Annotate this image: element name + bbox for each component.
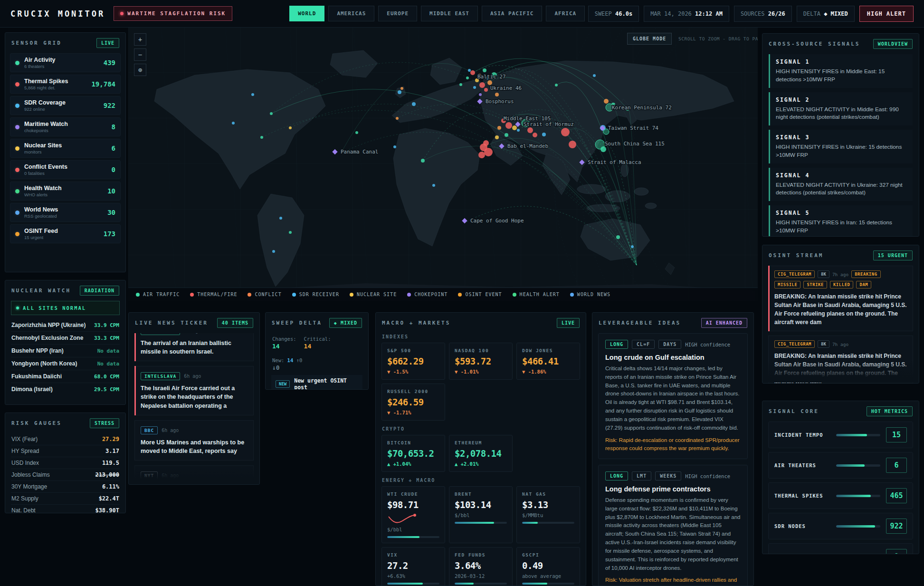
map-event-dot[interactable] xyxy=(542,133,546,136)
news-list[interactable]: INTELSLAVA6h agoThe arrival of an Irania… xyxy=(129,333,259,481)
map-event-dot[interactable] xyxy=(497,126,501,130)
map-event-dot[interactable] xyxy=(484,88,488,92)
map-event-dot[interactable] xyxy=(561,128,570,136)
market-card[interactable]: S&P 500$662.29▼ -1.5% xyxy=(381,343,445,380)
news-item[interactable]: BBC6h agoMore US Marines and warships to… xyxy=(134,420,254,461)
metric-label: SDR NODES xyxy=(774,523,830,529)
map-event-dot[interactable] xyxy=(473,86,476,89)
map-event-dot[interactable] xyxy=(432,184,435,187)
map-event-dot[interactable] xyxy=(398,90,401,94)
market-card[interactable]: WTI CRUDE$98.71$/bbl xyxy=(381,486,445,543)
map-event-dot[interactable] xyxy=(479,82,485,88)
map-event-dot[interactable] xyxy=(400,87,403,90)
map-event-dot[interactable] xyxy=(393,145,396,148)
map-event-dot[interactable] xyxy=(468,69,471,72)
map-event-dot[interactable] xyxy=(479,93,482,96)
map-event-dot[interactable] xyxy=(396,117,399,120)
map-event-dot[interactable] xyxy=(272,250,275,253)
map-event-dot[interactable] xyxy=(260,136,263,139)
sensor-row[interactable]: Air Activity6 theaters439 xyxy=(10,53,121,72)
market-card[interactable]: ETHEREUM$2,078.14▲ +2.01% xyxy=(449,435,513,472)
sensor-row[interactable]: Thermal Spikes5,868 night det.19,784 xyxy=(10,75,121,94)
globe-mode-button[interactable]: GLOBE MODE xyxy=(627,33,672,45)
map-event-dot[interactable] xyxy=(512,125,517,130)
tab-europe[interactable]: EUROPE xyxy=(378,6,417,21)
market-card[interactable]: DOW JONES$466.41▼ -1.86% xyxy=(516,343,580,380)
sweep-stat-label: New: 14 ↑0 xyxy=(272,357,302,363)
osint-post-list[interactable]: CIG_TELEGRAM8K7h agoBREAKINGMISSILESTRIK… xyxy=(762,266,919,384)
map-event-dot[interactable] xyxy=(232,122,235,125)
market-card[interactable]: BITCOIN$70,653.2▲ +1.04% xyxy=(381,435,445,472)
tab-middle-east[interactable]: MIDDLE EAST xyxy=(421,6,478,21)
map-event-dot[interactable] xyxy=(569,141,576,148)
news-item[interactable]: INTELSLAVA6h agoThe arrival of an Irania… xyxy=(134,333,254,361)
nuclear-site-row: Fukushima Daiichi68.0 CPM xyxy=(11,370,120,383)
map-event-dot[interactable] xyxy=(289,126,292,129)
map-event-dot[interactable] xyxy=(495,93,499,96)
map-canvas[interactable]: Baltic 27Ukraine 46BosphorusMiddle East … xyxy=(128,28,758,301)
market-card[interactable]: VIX27.2+6.63% xyxy=(381,547,445,586)
zoom-out-button[interactable]: − xyxy=(134,48,146,61)
map-event-dot[interactable] xyxy=(483,68,486,72)
sensor-row[interactable]: Nuclear Sitesmonitors6 xyxy=(10,139,121,158)
idea-card[interactable]: LONGCL=FDAYSHIGH confidenceLong crude on… xyxy=(598,333,748,459)
map-event-dot[interactable] xyxy=(527,127,533,133)
sensor-row[interactable]: Maritime Watchchokepoints8 xyxy=(10,117,121,136)
map-event-dot[interactable] xyxy=(616,235,620,239)
tab-africa[interactable]: AFRICA xyxy=(546,6,585,21)
map-event-dot[interactable] xyxy=(459,83,462,86)
map-event-dot[interactable] xyxy=(466,77,469,79)
market-card[interactable]: RUSSELL 2000$246.59▼ -1.71% xyxy=(381,384,445,421)
sensor-row[interactable]: SDR Coverage922 online922 xyxy=(10,96,121,115)
osint-post[interactable]: CIG_TELEGRAM8K7h agoBREAKING: An Iranian… xyxy=(768,336,913,384)
map-event-dot[interactable] xyxy=(251,93,254,96)
macro-markets-panel: MACRO + MARKETS LIVE INDEXESS&P 500$662.… xyxy=(375,312,586,586)
osint-timestamp: 7h ago xyxy=(832,272,848,277)
map-event-dot[interactable] xyxy=(505,133,508,137)
map-event-dot[interactable] xyxy=(270,112,273,115)
map-event-dot[interactable] xyxy=(483,140,489,146)
market-card[interactable]: NAT GAS$3.13$/MMBtu xyxy=(516,486,580,543)
map-event-dot[interactable] xyxy=(517,129,520,132)
map-event-dot[interactable] xyxy=(478,152,485,158)
map-event-dot[interactable] xyxy=(495,135,499,139)
map-event-dot[interactable] xyxy=(505,122,512,129)
osint-topic-tag: MISSILE xyxy=(774,281,800,288)
map-event-dot[interactable] xyxy=(412,102,416,106)
news-item[interactable]: NYT6h agoA New Trump Envoy Stirs Fears o… xyxy=(134,465,254,481)
map-event-dot[interactable] xyxy=(631,245,634,248)
news-item[interactable]: INTELSLAVA6h agoThe Israeli Air Force ca… xyxy=(134,366,254,415)
world-map[interactable]: Baltic 27Ukraine 46BosphorusMiddle East … xyxy=(128,28,758,301)
map-event-dot[interactable] xyxy=(604,99,609,104)
map-event-dot[interactable] xyxy=(484,148,493,156)
sensor-row[interactable]: Health WatchWHO alerts10 xyxy=(10,182,121,201)
map-event-dot[interactable] xyxy=(289,231,292,234)
sweep-change-row[interactable]: NEWNew urgent OSINT post xyxy=(271,375,362,390)
market-card[interactable]: BRENT$103.14$/bbl xyxy=(449,486,513,543)
idea-risk: Risk: Valuation stretch after headline-d… xyxy=(605,576,741,586)
sensor-row[interactable]: Conflict Events0 fatalities0 xyxy=(10,160,121,179)
map-event-dot[interactable] xyxy=(533,133,537,137)
sensor-row[interactable]: World NewsRSS geolocated30 xyxy=(10,203,121,222)
map-event-dot[interactable] xyxy=(593,74,596,77)
legend-dot-icon xyxy=(570,293,574,297)
tab-americas[interactable]: AMERICAS xyxy=(328,6,374,21)
map-event-dot[interactable] xyxy=(279,217,282,220)
map-event-dot[interactable] xyxy=(600,146,606,152)
recenter-button[interactable]: ⊕ xyxy=(134,64,146,76)
map-event-dot[interactable] xyxy=(470,70,475,75)
market-card[interactable]: NASDAQ 100$593.72▼ -1.01% xyxy=(449,343,513,380)
idea-card[interactable]: LONGLMTWEEKSHIGH confidenceLong defense … xyxy=(598,465,748,586)
map-event-dot[interactable] xyxy=(355,131,358,134)
map-event-dot[interactable] xyxy=(421,159,425,163)
osint-post[interactable]: CIG_TELEGRAM8K7h agoBREAKINGMISSILESTRIK… xyxy=(768,266,913,331)
idea-side-badge: LONG xyxy=(605,471,628,480)
market-card[interactable]: GSCPI0.49above average xyxy=(516,547,580,586)
map-event-dot[interactable] xyxy=(555,84,558,86)
map-event-dot[interactable] xyxy=(487,80,492,85)
sensor-row[interactable]: OSINT Feed15 urgent173 xyxy=(10,224,121,243)
tab-world[interactable]: WORLD xyxy=(289,6,324,21)
market-card[interactable]: FED FUNDS3.64%2026-03-12 xyxy=(449,547,513,586)
zoom-in-button[interactable]: + xyxy=(134,33,146,46)
tab-asia-pacific[interactable]: ASIA PACIFIC xyxy=(482,6,542,21)
